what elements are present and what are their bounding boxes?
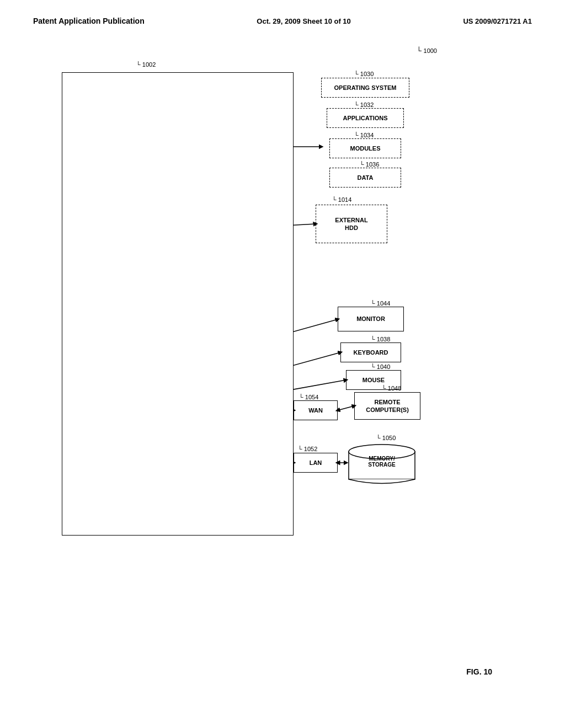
memory-storage-group: MEMORY/STORAGE bbox=[346, 442, 418, 494]
data-box: DATA bbox=[329, 168, 401, 188]
diagram-area: └ 1000 └ 1002 BUS PROCESSINGUNIT └ 1004 … bbox=[29, 36, 536, 643]
ref-1002: └ 1002 bbox=[136, 61, 156, 68]
ref-1030: └ 1030 bbox=[354, 71, 374, 77]
applications-box: APPLICATIONS bbox=[327, 108, 404, 128]
ref-1036: └ 1036 bbox=[360, 161, 379, 168]
ref-1048: └ 1048 bbox=[382, 385, 401, 392]
computer-box bbox=[62, 72, 294, 536]
ref-1038: └ 1038 bbox=[371, 336, 390, 342]
os-box: OPERATING SYSTEM bbox=[321, 78, 409, 98]
ref-1034: └ 1034 bbox=[354, 132, 374, 138]
ref-1040: └ 1040 bbox=[371, 363, 390, 370]
ref-1032: └ 1032 bbox=[354, 101, 374, 108]
svg-line-25 bbox=[338, 406, 354, 410]
header-left: Patent Application Publication bbox=[33, 17, 145, 25]
lan-box: LAN bbox=[294, 453, 338, 473]
keyboard-box: KEYBOARD bbox=[340, 342, 401, 362]
ref-1054: └ 1054 bbox=[299, 394, 318, 400]
external-hdd-box: EXTERNALHDD bbox=[316, 205, 387, 243]
header-center: Oct. 29, 2009 Sheet 10 of 10 bbox=[257, 17, 351, 25]
header: Patent Application Publication Oct. 29, … bbox=[22, 11, 543, 36]
page: Patent Application Publication Oct. 29, … bbox=[0, 0, 565, 728]
wan-box: WAN bbox=[294, 400, 338, 420]
ref-1000: └ 1000 bbox=[417, 46, 437, 55]
ref-1044: └ 1044 bbox=[371, 300, 390, 307]
header-right: US 2009/0271721 A1 bbox=[463, 17, 532, 25]
remote-computer-box: REMOTECOMPUTER(S) bbox=[354, 392, 420, 420]
ref-1014: └ 1014 bbox=[332, 196, 351, 203]
ref-1052: └ 1052 bbox=[298, 446, 317, 452]
monitor-box: MONITOR bbox=[338, 307, 404, 331]
fig-label: FIG. 10 bbox=[466, 667, 492, 676]
ref-1050: └ 1050 bbox=[376, 435, 396, 441]
modules-box: MODULES bbox=[329, 138, 401, 158]
